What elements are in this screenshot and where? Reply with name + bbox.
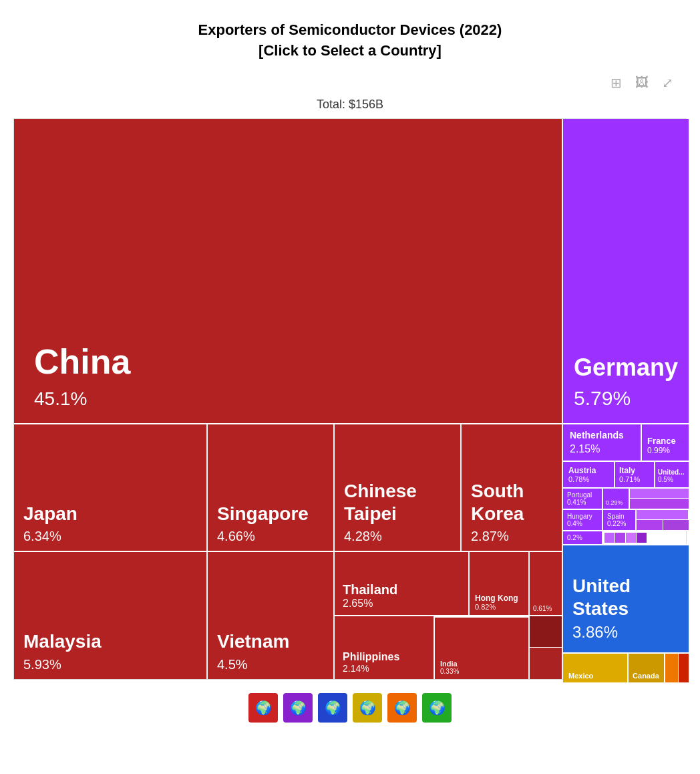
footer-icons: 🌍 🌍 🌍 🌍 🌍 🌍 (248, 693, 452, 723)
austria-block[interactable]: Austria 0.78% (563, 462, 615, 487)
singapore-pct: 4.66% (217, 529, 324, 544)
china-pct: 45.1% (34, 388, 542, 410)
tiny-bottom-blocks (528, 616, 562, 679)
tiny-eu1 (630, 489, 689, 499)
tb4 (637, 533, 647, 543)
small1-pct: 0.61% (533, 605, 558, 612)
seu1-pct: 0.29% (606, 499, 626, 506)
it-pct: 0.71% (619, 475, 650, 483)
eu-row2: Austria 0.78% Italy 0.71% United... 0.5% (563, 461, 689, 487)
at-name: Austria (568, 466, 608, 475)
us-name: United States (572, 575, 679, 620)
italy-block[interactable]: Italy 0.71% (615, 462, 655, 487)
pt-name: Portugal (567, 491, 598, 499)
fr-name: France (647, 436, 683, 446)
tiny-orange-block (665, 654, 679, 682)
hu-name: Hungary (567, 513, 598, 520)
malaysia-block[interactable]: Malaysia 5.93% (14, 552, 208, 679)
small-block1[interactable]: 0.61% (530, 552, 562, 615)
tiny-eu-col (630, 489, 689, 509)
tiny-red-block (679, 654, 689, 682)
asia-icon-btn[interactable]: 🌍 (318, 693, 347, 723)
left-column: China 45.1% Japan 6.34% Singapore 4.66% … (14, 119, 562, 679)
world-icon-btn[interactable]: 🌍 (248, 693, 278, 723)
canada-block[interactable]: Canada (629, 654, 665, 682)
sk-name: South Korea (471, 480, 552, 525)
india-pct: 0.33% (440, 668, 523, 675)
tec1 (637, 510, 689, 521)
china-block[interactable]: China 45.1% (14, 119, 562, 423)
germany-block[interactable]: Germany 5.79% (563, 119, 689, 423)
uk-pct: 0.5% (658, 476, 686, 483)
tb3 (626, 533, 636, 543)
vietnam-name: Vietnam (217, 630, 324, 653)
pt-pct: 0.41% (567, 499, 598, 506)
singapore-block[interactable]: Singapore 4.66% (208, 424, 335, 551)
at-pct: 0.78% (568, 475, 608, 483)
netherlands-block[interactable]: Netherlands 2.15% (563, 424, 642, 461)
table-view-icon[interactable]: ⊞ (610, 75, 622, 91)
tec-bottom (637, 520, 689, 530)
phil-pct: 2.14% (343, 663, 425, 674)
hu-pct: 0.4% (567, 520, 598, 527)
s02-pct: 0.2% (567, 534, 582, 541)
right-bottom: Thailand 2.65% Hong Kong 0.82% 0.61% (335, 552, 562, 679)
phil-name: Philippines (343, 651, 425, 663)
small-col: 0.61% (528, 552, 562, 615)
es-pct: 0.22% (607, 520, 631, 527)
singapore-name: Singapore (217, 503, 324, 525)
thailand-name: Thailand (343, 582, 460, 598)
tiny-eu2 (630, 499, 689, 509)
us-bottom: Mexico Canada (563, 652, 689, 682)
us-block[interactable]: United States 3.86% (563, 545, 689, 652)
small-02-block[interactable]: 0.2% (563, 531, 603, 544)
tiny-eu-rest (603, 531, 689, 544)
mexico-block[interactable]: Mexico (563, 654, 629, 682)
portugal-block[interactable]: Portugal 0.41% (563, 489, 603, 509)
image-view-icon[interactable]: 🖼 (635, 75, 649, 91)
right-column: Germany 5.79% Netherlands 2.15% France 0… (562, 119, 689, 679)
chinesetaipei-block[interactable]: Chinese Taipei 4.28% (335, 424, 462, 551)
ct-name: Chinese Taipei (344, 480, 451, 525)
china-name: China (34, 342, 542, 382)
united-block[interactable]: United... 0.5% (655, 462, 689, 487)
small-eu1-block[interactable]: 0.29% (603, 489, 630, 509)
africa-icon-btn[interactable]: 🌍 (353, 693, 382, 723)
toolbar: ⊞ 🖼 ⤢ (0, 68, 700, 98)
eu-row1: Netherlands 2.15% France 0.99% (563, 423, 689, 461)
ca-name: Canada (633, 672, 660, 680)
us-pct: 3.86% (572, 623, 679, 642)
thailand-block[interactable]: Thailand 2.65% (335, 552, 468, 615)
vietnam-block[interactable]: Vietnam 4.5% (208, 552, 335, 679)
it-name: Italy (619, 466, 650, 475)
eu-row3: Portugal 0.41% 0.29% (563, 487, 689, 509)
germany-pct: 5.79% (574, 387, 678, 410)
malaysia-pct: 5.93% (23, 657, 197, 672)
title-line1: Exporters of Semiconductor Devices (2022… (198, 21, 502, 38)
hk-name: Hong Kong (475, 594, 523, 603)
tec2 (637, 520, 663, 530)
sk-pct: 2.87% (471, 529, 552, 544)
hk-block[interactable]: Hong Kong 0.82% (470, 552, 528, 615)
europe-icon-btn[interactable]: 🌍 (283, 693, 313, 723)
japan-block[interactable]: Japan 6.34% (14, 424, 208, 551)
india-block[interactable]: India 0.33% (433, 616, 528, 679)
oceania-icon-btn[interactable]: 🌍 (387, 693, 417, 723)
mx-name: Mexico (568, 672, 622, 680)
france-block[interactable]: France 0.99% (642, 424, 689, 461)
row3: Malaysia 5.93% Vietnam 4.5% Thailand 2.6… (14, 551, 562, 679)
tb2 (615, 533, 625, 543)
malaysia-name: Malaysia (23, 630, 197, 653)
philippines-block[interactable]: Philippines 2.14% (335, 616, 433, 679)
treemap: China 45.1% Japan 6.34% Singapore 4.66% … (13, 118, 687, 680)
spain-block[interactable]: Spain 0.22% (603, 510, 637, 530)
title-line2: [Click to Select a Country] (258, 42, 442, 59)
thailand-row: Thailand 2.65% Hong Kong 0.82% 0.61% (335, 552, 562, 615)
total-label: Total: $156B (317, 98, 383, 112)
us-section: United States 3.86% Mexico Canada (563, 544, 689, 682)
americas-icon-btn[interactable]: 🌍 (422, 693, 452, 723)
share-icon[interactable]: ⤢ (662, 75, 673, 91)
page-header: Exporters of Semiconductor Devices (2022… (185, 0, 516, 68)
southkorea-block[interactable]: South Korea 2.87% (462, 424, 562, 551)
hungary-block[interactable]: Hungary 0.4% (563, 510, 603, 530)
